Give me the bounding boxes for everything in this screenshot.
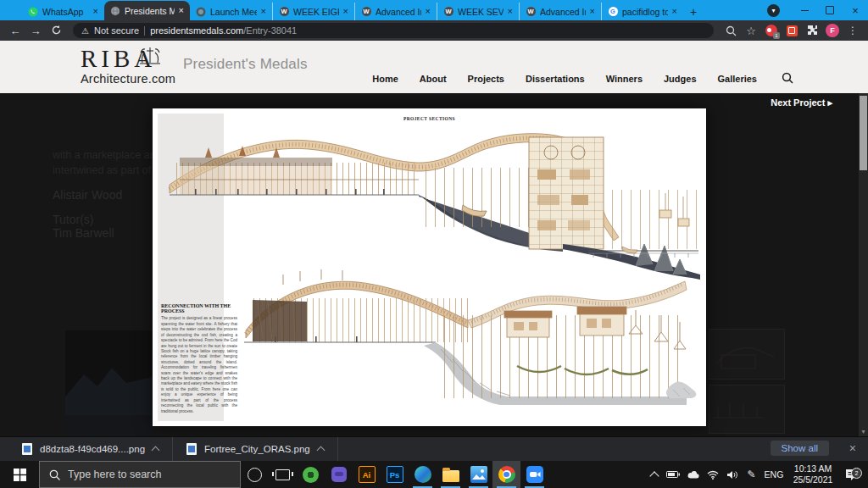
chrome-button[interactable] bbox=[492, 461, 520, 488]
next-project-link[interactable]: Next Project ▸ bbox=[771, 97, 832, 108]
dimmed-photo-thumbnail bbox=[65, 330, 153, 436]
file-explorer-button[interactable] bbox=[437, 461, 465, 488]
zoom-app-button[interactable] bbox=[520, 461, 548, 488]
taskbar-search-box[interactable]: Type here to search bbox=[39, 461, 241, 488]
speaker-icon[interactable] bbox=[722, 470, 742, 480]
extensions-puzzle-icon[interactable] bbox=[804, 22, 821, 39]
action-center-button[interactable]: 2 bbox=[839, 469, 865, 481]
tab-week-seven[interactable]: W WEEK SEVEN – A × bbox=[437, 3, 519, 20]
tab-presidents-medals[interactable]: Presidents Medals × bbox=[104, 1, 190, 20]
site-header: RIBA Architecture.com President's Medals… bbox=[0, 41, 868, 93]
cortana-button[interactable] bbox=[241, 461, 269, 488]
windows-ink-pen-icon[interactable]: ✎ bbox=[742, 469, 761, 480]
close-icon[interactable]: × bbox=[261, 7, 266, 16]
show-all-downloads-button[interactable]: Show all bbox=[771, 441, 829, 456]
nav-about[interactable]: About bbox=[420, 74, 447, 84]
back-button[interactable]: ← bbox=[7, 25, 24, 36]
bookmark-star-icon[interactable]: ☆ bbox=[743, 22, 760, 39]
image-file-icon bbox=[22, 443, 32, 455]
purple-app-icon bbox=[331, 467, 347, 482]
address-bar[interactable]: ⚠ Not secure presidentsmedals.com/Entry-… bbox=[73, 23, 714, 38]
chevron-up-icon[interactable] bbox=[152, 446, 160, 455]
illustrator-button[interactable]: Ai bbox=[353, 461, 381, 488]
tab-title: WEEK SEVEN – A bbox=[458, 7, 504, 17]
minimize-button[interactable] bbox=[792, 0, 817, 20]
project-sheet[interactable]: PROJECT SECTIONS RECONNECTION WITH THE P… bbox=[153, 108, 706, 426]
search-icon bbox=[49, 469, 60, 480]
image-file-icon bbox=[186, 443, 197, 455]
chevron-up-icon bbox=[649, 471, 659, 480]
close-icon[interactable]: × bbox=[179, 6, 184, 15]
battery-icon[interactable] bbox=[664, 470, 683, 479]
scrollbar-down-arrow[interactable]: ▾ bbox=[859, 428, 868, 435]
new-tab-button[interactable]: + bbox=[683, 3, 704, 20]
close-icon[interactable]: × bbox=[93, 7, 98, 16]
extension-badge: 1 bbox=[773, 32, 780, 39]
reload-button[interactable] bbox=[47, 25, 64, 37]
download-item[interactable]: Fortree_City_ORAS.png bbox=[173, 437, 338, 461]
browser-tab-bar: WhatsApp × Presidents Medals × Launch Me… bbox=[0, 0, 868, 20]
chevron-up-icon[interactable] bbox=[316, 446, 325, 455]
task-view-button[interactable] bbox=[269, 461, 297, 488]
wordpress-favicon: W bbox=[526, 7, 536, 17]
edge-icon bbox=[415, 466, 431, 483]
download-item[interactable]: d8dzta8-f49cd469....png bbox=[8, 437, 173, 461]
wifi-icon[interactable] bbox=[703, 470, 722, 480]
extension-orange-icon[interactable] bbox=[783, 22, 800, 39]
close-icon[interactable]: × bbox=[508, 7, 513, 16]
photos-button[interactable] bbox=[465, 461, 492, 488]
nav-home[interactable]: Home bbox=[372, 74, 398, 84]
site-search-icon[interactable] bbox=[782, 72, 793, 86]
nav-projects[interactable]: Projects bbox=[468, 74, 504, 84]
tab-search-button[interactable]: ▾ bbox=[767, 4, 780, 17]
photoshop-button[interactable]: Ps bbox=[381, 461, 409, 488]
green-spiral-app-button[interactable] bbox=[297, 461, 325, 488]
wordpress-favicon: W bbox=[361, 7, 371, 17]
tab-advanced-interior-2[interactable]: W Advanced Interio × bbox=[519, 3, 601, 20]
close-icon[interactable]: × bbox=[343, 7, 348, 16]
dimmed-tutor-label: Tutor(s) bbox=[53, 213, 93, 226]
tab-launch-meeting[interactable]: Launch Meeting - × bbox=[190, 3, 272, 20]
scrollbar-thumb[interactable] bbox=[860, 96, 867, 170]
close-icon[interactable]: × bbox=[590, 7, 595, 16]
dimmed-author-name: Alistair Wood bbox=[53, 188, 122, 202]
purple-app-button[interactable] bbox=[325, 461, 353, 488]
file-explorer-icon bbox=[442, 470, 459, 482]
edge-button[interactable] bbox=[409, 461, 437, 488]
profile-avatar[interactable]: F bbox=[824, 22, 841, 39]
tray-expand-button[interactable] bbox=[644, 469, 664, 480]
close-downloads-icon[interactable]: × bbox=[849, 441, 856, 455]
page-scrollbar[interactable]: ▾ bbox=[859, 93, 868, 436]
extension-red-icon[interactable]: 1 bbox=[763, 22, 780, 39]
clock-date: 25/5/2021 bbox=[787, 474, 839, 485]
system-tray: ✎ ENG 10:13 AM 25/5/2021 2 bbox=[644, 461, 868, 488]
nav-judges[interactable]: Judges bbox=[664, 74, 697, 84]
language-indicator[interactable]: ENG bbox=[761, 469, 787, 480]
forward-button[interactable]: → bbox=[27, 25, 44, 36]
chrome-icon bbox=[498, 466, 515, 483]
google-favicon: G bbox=[608, 7, 618, 17]
close-window-button[interactable]: × bbox=[843, 0, 868, 20]
tab-title: WEEK EIGHT/NIN bbox=[293, 7, 339, 17]
browser-menu-icon[interactable]: ⋮ bbox=[844, 22, 861, 39]
nav-winners[interactable]: Winners bbox=[606, 74, 643, 84]
close-icon[interactable]: × bbox=[426, 7, 431, 16]
clock-time: 10:13 AM bbox=[787, 463, 839, 474]
page-title: President's Medals bbox=[183, 56, 308, 73]
downloads-bar: d8dzta8-f49cd469....png Fortree_City_ORA… bbox=[0, 436, 868, 461]
tab-advanced-interior-1[interactable]: W Advanced Interio × bbox=[354, 3, 437, 20]
url-path: /Entry-38041 bbox=[243, 25, 297, 36]
tab-whatsapp[interactable]: WhatsApp × bbox=[22, 3, 104, 20]
tab-week-eight[interactable]: W WEEK EIGHT/NIN × bbox=[272, 3, 354, 20]
tab-pacifidlog[interactable]: G pacifidlog town s × bbox=[601, 3, 683, 20]
not-secure-warning-icon[interactable]: ⚠ bbox=[81, 26, 89, 36]
taskbar-clock[interactable]: 10:13 AM 25/5/2021 bbox=[787, 463, 839, 485]
nav-galleries[interactable]: Galleries bbox=[718, 74, 757, 84]
start-button[interactable] bbox=[0, 461, 39, 488]
zoom-page-icon[interactable] bbox=[722, 22, 739, 39]
close-icon[interactable]: × bbox=[672, 7, 677, 16]
dimmed-drawing-thumbnail bbox=[709, 329, 785, 380]
onedrive-cloud-icon[interactable] bbox=[683, 470, 703, 479]
nav-dissertations[interactable]: Dissertations bbox=[526, 74, 585, 84]
maximize-button[interactable] bbox=[817, 0, 843, 20]
